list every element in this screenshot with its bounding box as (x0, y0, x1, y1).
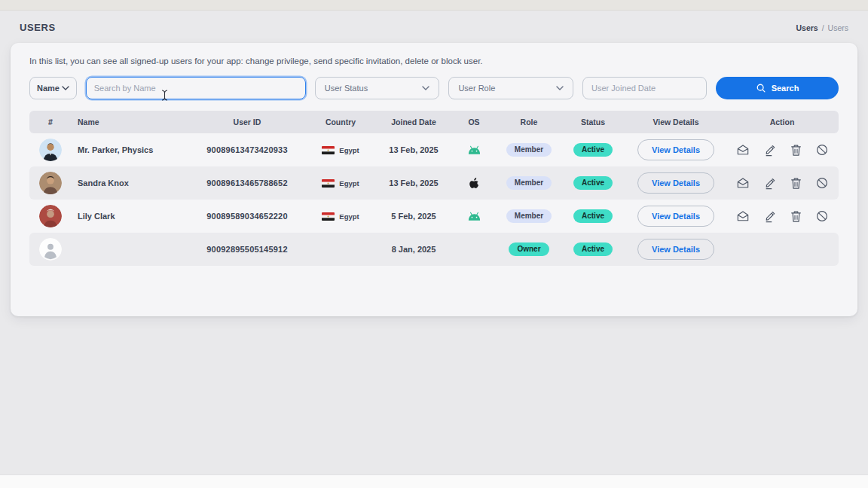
android-icon (467, 145, 481, 155)
table-row: Mr. Parker, Physics 90089613473420933 Eg… (29, 133, 839, 166)
name-search-wrapper (86, 77, 306, 99)
user-country: Egypt (304, 146, 377, 154)
delete-icon[interactable] (790, 177, 802, 190)
search-icon (756, 83, 766, 93)
joined-date: 8 Jan, 2025 (377, 245, 450, 254)
user-name: Mr. Parker, Physics (72, 145, 191, 154)
users-card: In this list, you can see all signed-up … (11, 43, 857, 316)
breadcrumb-separator: / (822, 23, 824, 32)
mail-icon[interactable] (736, 144, 750, 156)
chevron-down-icon (62, 86, 69, 90)
user-name: Sandra Knox (72, 178, 191, 188)
table-row: 90092895505145912 8 Jan, 2025 Owner Acti… (29, 233, 839, 266)
edit-icon[interactable] (764, 144, 776, 157)
user-id: 90092895505145912 (191, 245, 304, 254)
app-window: USERS Users / Users In this list, you ca… (0, 0, 868, 488)
edit-icon[interactable] (764, 210, 776, 223)
apple-icon (469, 177, 480, 190)
name-search-input[interactable] (87, 78, 305, 99)
col-header-index: # (29, 117, 72, 127)
table-header-row: # Name User ID Country Joined Date OS Ro… (29, 111, 839, 133)
mail-icon[interactable] (736, 177, 750, 189)
user-name: Lily Clark (72, 212, 191, 221)
avatar (39, 205, 62, 227)
table-row: Lily Clark 90089589034652220 Egypt 5 Feb… (29, 200, 839, 233)
user-role-placeholder: User Role (458, 84, 495, 93)
search-button-label: Search (772, 84, 799, 93)
col-header-user-id: User ID (191, 117, 304, 127)
col-header-country: Country (304, 117, 377, 127)
view-details-button[interactable]: View Details (637, 172, 714, 194)
col-header-action: Action (726, 117, 839, 127)
page-header: USERS Users / Users (0, 11, 868, 43)
joined-date: 13 Feb, 2025 (377, 145, 450, 154)
user-country: Egypt (304, 212, 377, 221)
chevron-down-icon (556, 86, 564, 90)
user-status-placeholder: User Status (325, 84, 368, 93)
user-id: 90089613465788652 (191, 178, 304, 188)
bottom-strip (0, 474, 868, 488)
status-badge: Active (573, 143, 613, 157)
user-country: Egypt (304, 179, 377, 188)
col-header-role: Role (498, 117, 560, 127)
avatar (39, 139, 62, 161)
view-details-button[interactable]: View Details (637, 239, 714, 260)
country-label: Egypt (339, 179, 359, 188)
breadcrumb: Users / Users (796, 23, 848, 32)
avatar (39, 172, 62, 194)
page-title: USERS (20, 22, 56, 33)
user-status-select[interactable]: User Status (315, 77, 440, 99)
chevron-down-icon (422, 86, 429, 90)
role-badge: Member (506, 143, 552, 157)
joined-date: 5 Feb, 2025 (377, 212, 450, 221)
user-id: 90089589034652220 (191, 212, 304, 221)
country-label: Egypt (339, 212, 359, 221)
view-details-button[interactable]: View Details (637, 206, 714, 227)
filter-bar: Name User Status User Role Search (20, 77, 848, 99)
egypt-flag-icon (322, 146, 335, 154)
egypt-flag-icon (322, 212, 335, 221)
search-button[interactable]: Search (716, 77, 839, 99)
country-label: Egypt (339, 146, 359, 154)
user-placeholder-icon (39, 238, 62, 261)
card-description: In this list, you can see all signed-up … (20, 55, 848, 66)
col-header-os: OS (450, 117, 498, 127)
edit-icon[interactable] (764, 177, 776, 190)
mail-icon[interactable] (736, 210, 750, 222)
block-icon[interactable] (816, 144, 828, 156)
browser-top-strip (0, 0, 868, 11)
user-role-select[interactable]: User Role (448, 77, 573, 99)
status-badge: Active (573, 209, 613, 223)
block-icon[interactable] (816, 177, 828, 189)
role-badge: Member (506, 209, 552, 223)
col-header-view-details: View Details (626, 117, 726, 127)
user-id: 90089613473420933 (191, 145, 304, 154)
col-header-name: Name (72, 117, 191, 127)
search-field-select[interactable]: Name (29, 77, 77, 99)
role-badge: Member (506, 176, 552, 190)
col-header-status: Status (560, 117, 626, 127)
status-badge: Active (573, 176, 613, 190)
status-badge: Active (573, 242, 613, 256)
delete-icon[interactable] (790, 144, 802, 157)
breadcrumb-current[interactable]: Users (828, 23, 848, 32)
joined-date: 13 Feb, 2025 (377, 178, 450, 188)
block-icon[interactable] (816, 210, 828, 222)
breadcrumb-section[interactable]: Users (796, 23, 818, 32)
android-icon (467, 212, 481, 221)
role-badge: Owner (509, 242, 549, 256)
view-details-button[interactable]: View Details (637, 139, 714, 160)
search-field-value: Name (37, 84, 60, 93)
users-table: # Name User ID Country Joined Date OS Ro… (29, 111, 839, 266)
joined-date-input[interactable] (583, 78, 706, 99)
egypt-flag-icon (322, 179, 335, 188)
delete-icon[interactable] (790, 210, 802, 223)
col-header-joined-date: Joined Date (377, 117, 450, 127)
table-row: Sandra Knox 90089613465788652 Egypt 13 F… (29, 166, 839, 200)
joined-date-wrapper (582, 77, 707, 99)
